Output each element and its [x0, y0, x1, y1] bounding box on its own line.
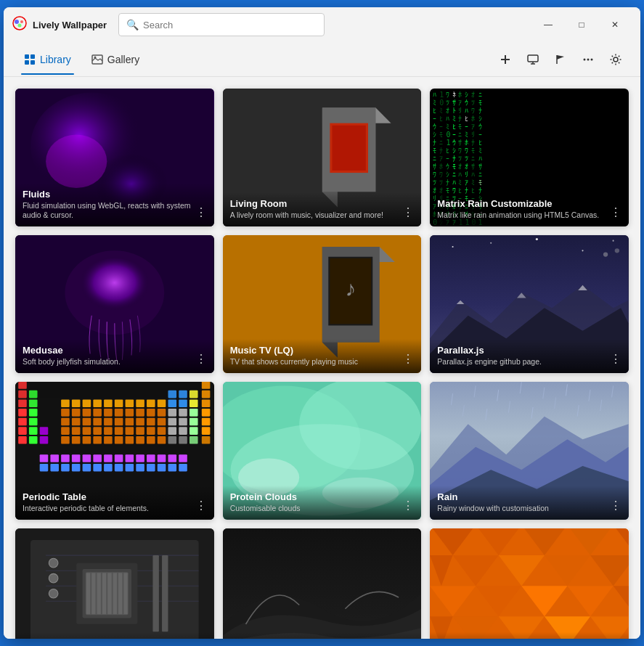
svg-rect-138 [147, 436, 155, 444]
display-button[interactable] [520, 46, 546, 73]
svg-rect-126 [202, 427, 211, 435]
svg-rect-105 [158, 418, 166, 426]
svg-rect-113 [61, 427, 70, 435]
svg-rect-78 [18, 409, 27, 417]
more-icon [582, 53, 595, 66]
svg-rect-76 [189, 399, 198, 407]
svg-rect-63 [29, 399, 38, 407]
svg-rect-165 [115, 464, 123, 472]
card-parallax[interactable]: Parallax.js Parallax.js engine github pa… [430, 235, 629, 373]
svg-rect-96 [61, 418, 70, 426]
svg-rect-124 [179, 427, 187, 435]
card-musictv-menu[interactable]: ⋮ [399, 350, 417, 367]
card-musictv[interactable]: ♪ Music TV (LQ) TV that shows currently … [223, 235, 422, 373]
card-fluids-menu[interactable]: ⋮ [192, 203, 210, 221]
minimize-button[interactable]: — [531, 13, 565, 36]
card-thehill[interactable]: The Hill Shader generated hill. ⋮ [223, 528, 422, 639]
card-medusae-menu[interactable]: ⋮ [192, 350, 210, 367]
window-controls: — □ ✕ [531, 13, 632, 36]
svg-rect-106 [168, 418, 177, 426]
search-input[interactable] [143, 20, 316, 30]
svg-rect-5 [30, 54, 35, 59]
svg-rect-151 [115, 454, 123, 462]
svg-rect-77 [202, 399, 211, 407]
card-periodic-menu[interactable]: ⋮ [192, 496, 210, 514]
svg-point-3 [18, 24, 22, 28]
search-icon: 🔍 [126, 19, 139, 30]
card-matrix-menu[interactable]: ⋮ [607, 203, 624, 221]
card-fluids[interactable]: Fluids Fluid simulation using WebGL, rea… [15, 89, 214, 226]
card-simplesystem[interactable]: Simple System Lively hardware API showca… [15, 528, 214, 639]
svg-rect-159 [50, 464, 59, 472]
svg-rect-86 [126, 409, 134, 417]
svg-rect-57 [29, 391, 38, 398]
more-options-button[interactable] [575, 46, 601, 73]
svg-text:♪: ♪ [345, 277, 356, 300]
card-clouds-menu[interactable]: ⋮ [399, 496, 417, 514]
card-simplesystem-title: Simple System [23, 638, 207, 639]
flag-icon [554, 53, 567, 66]
svg-rect-214 [152, 555, 158, 631]
svg-rect-102 [126, 418, 134, 426]
svg-rect-147 [72, 454, 81, 462]
svg-rect-6 [25, 60, 29, 65]
svg-rect-135 [115, 436, 123, 444]
card-matrix[interactable]: ﾊﾐﾋｰｳｼﾅﾓﾆｻﾜﾂｵﾘｱﾎ01 10ﾐﾋｰﾓﾆﾅｱﾎﾜﾂｵﾘﾊｳｼﾎ ﾜﾂ… [430, 89, 629, 226]
svg-point-1 [15, 20, 19, 24]
svg-rect-97 [72, 418, 81, 426]
flag-button[interactable] [547, 46, 574, 73]
svg-rect-71 [136, 399, 144, 407]
svg-rect-122 [158, 427, 166, 435]
svg-rect-215 [162, 555, 168, 631]
card-thehill-title: The Hill [230, 638, 415, 639]
maximize-button[interactable]: □ [565, 13, 598, 36]
svg-rect-109 [202, 418, 211, 426]
card-rain-title: Rain [437, 491, 621, 502]
svg-rect-101 [115, 418, 123, 426]
card-parallax-menu[interactable]: ⋮ [607, 350, 624, 367]
card-periodic[interactable]: Periodic Table Interactive periodic tabl… [15, 382, 214, 520]
svg-rect-110 [18, 427, 27, 435]
svg-rect-155 [158, 454, 166, 462]
svg-rect-142 [189, 436, 198, 444]
monitor-icon [526, 53, 539, 66]
svg-rect-139 [158, 436, 166, 444]
add-wallpaper-button[interactable] [492, 46, 518, 73]
card-triangles[interactable]: Triangles & Light Triangle pattern gener… [430, 528, 629, 639]
gallery-icon [91, 54, 103, 65]
svg-rect-157 [179, 454, 187, 462]
card-livingroom[interactable]: Living Room A lively room with music, vi… [223, 89, 422, 226]
svg-rect-170 [168, 464, 177, 472]
svg-rect-59 [179, 391, 187, 398]
card-clouds-title: Protein Clouds [230, 491, 415, 502]
tab-gallery[interactable]: Gallery [83, 49, 148, 70]
svg-rect-213 [123, 573, 127, 614]
svg-point-9 [94, 56, 96, 58]
card-rain[interactable]: Rain Rainy window with customisation ⋮ [430, 382, 629, 520]
svg-point-32 [76, 258, 152, 319]
card-thehill-overlay: The Hill Shader generated hill. [223, 632, 422, 639]
close-button[interactable]: ✕ [598, 13, 632, 36]
svg-rect-140 [168, 436, 177, 444]
svg-rect-137 [136, 436, 144, 444]
svg-rect-60 [189, 391, 198, 398]
card-fluids-overlay: Fluids Fluid simulation using WebGL, rea… [15, 183, 214, 226]
svg-rect-131 [72, 436, 81, 444]
titlebar: Lively Wallpaper 🔍 — □ ✕ [4, 7, 640, 42]
settings-button[interactable] [603, 46, 629, 73]
card-matrix-title: Matrix Rain Customizable [437, 198, 621, 209]
svg-rect-141 [179, 436, 187, 444]
svg-rect-150 [104, 454, 113, 462]
card-medusae-overlay: Medusae Soft body jellyfish simulation. [15, 339, 214, 373]
svg-point-49 [582, 250, 584, 251]
card-rain-menu[interactable]: ⋮ [607, 496, 624, 514]
search-bar[interactable]: 🔍 [118, 13, 324, 36]
svg-rect-82 [83, 409, 91, 417]
svg-rect-81 [72, 409, 81, 417]
svg-rect-133 [93, 436, 102, 444]
card-medusae[interactable]: Medusae Soft body jellyfish simulation. … [15, 235, 214, 373]
tab-library[interactable]: Library [15, 49, 80, 70]
card-clouds[interactable]: Protein Clouds Customisable clouds ⋮ [223, 382, 422, 520]
svg-rect-148 [83, 454, 91, 462]
card-livingroom-menu[interactable]: ⋮ [399, 203, 417, 221]
